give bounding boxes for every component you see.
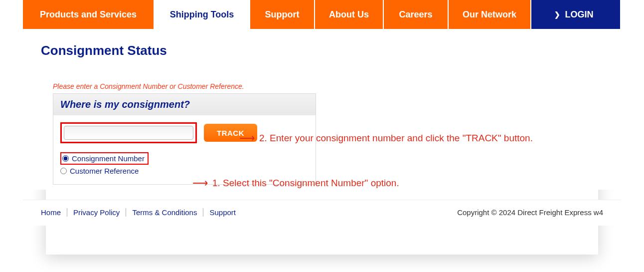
consignment-number-input[interactable] bbox=[64, 126, 193, 140]
footer-copyright: Copyright © 2024 Direct Freight Express … bbox=[457, 208, 603, 217]
page-wrap: Products and Services Shipping Tools Sup… bbox=[23, 0, 621, 226]
radio-consignment-label: Consignment Number bbox=[72, 154, 145, 163]
annotation-step-2-text: 2. Enter your consignment number and cli… bbox=[259, 133, 533, 144]
footer-support-link[interactable]: Support bbox=[203, 208, 242, 217]
radio-reference-input[interactable] bbox=[60, 168, 67, 174]
chevron-right-icon: ❯ bbox=[554, 10, 560, 18]
footer-terms-link[interactable]: Terms & Conditions bbox=[126, 208, 203, 217]
track-box-heading: Where is my consignment? bbox=[60, 99, 190, 110]
annotation-step-1: ⟶ 1. Select this "Consignment Number" op… bbox=[192, 178, 399, 189]
nav-login[interactable]: ❯ LOGIN bbox=[531, 0, 621, 29]
annotation-step-1-text: 1. Select this "Consignment Number" opti… bbox=[212, 178, 399, 189]
content-area: Consignment Status Please enter a Consig… bbox=[23, 29, 621, 190]
nav-careers[interactable]: Careers bbox=[384, 0, 449, 29]
nav-support[interactable]: Support bbox=[250, 0, 315, 29]
input-highlight-box bbox=[60, 122, 197, 143]
footer-links: Home Privacy Policy Terms & Conditions S… bbox=[41, 208, 242, 217]
track-box-body: TRACK Consignment Number Customer Refere… bbox=[53, 115, 316, 184]
footer-home-link[interactable]: Home bbox=[41, 208, 67, 217]
arrow-right-icon: ⟶ bbox=[239, 133, 255, 144]
radio-consignment-input[interactable] bbox=[62, 155, 69, 162]
annotation-step-2: ⟶ 2. Enter your consignment number and c… bbox=[239, 133, 533, 144]
nav-products-and-services[interactable]: Products and Services bbox=[23, 0, 155, 29]
radio-customer-reference[interactable]: Customer Reference bbox=[60, 167, 309, 175]
nav-shipping-tools[interactable]: Shipping Tools bbox=[155, 0, 250, 29]
nav-our-network[interactable]: Our Network bbox=[449, 0, 531, 29]
radio-consignment-highlight: Consignment Number bbox=[60, 152, 149, 165]
arrow-right-icon: ⟶ bbox=[192, 178, 208, 189]
footer-privacy-link[interactable]: Privacy Policy bbox=[67, 208, 126, 217]
nav-login-label: LOGIN bbox=[565, 9, 594, 20]
instruction-text: Please enter a Consignment Number or Cus… bbox=[53, 82, 603, 90]
footer: Home Privacy Policy Terms & Conditions S… bbox=[23, 200, 621, 226]
radio-reference-label: Customer Reference bbox=[70, 167, 139, 175]
page-title: Consignment Status bbox=[41, 43, 603, 58]
main-nav: Products and Services Shipping Tools Sup… bbox=[23, 0, 621, 29]
nav-about-us[interactable]: About Us bbox=[315, 0, 384, 29]
radio-consignment-number[interactable]: Consignment Number bbox=[62, 154, 145, 163]
track-box-header: Where is my consignment? bbox=[53, 94, 316, 115]
